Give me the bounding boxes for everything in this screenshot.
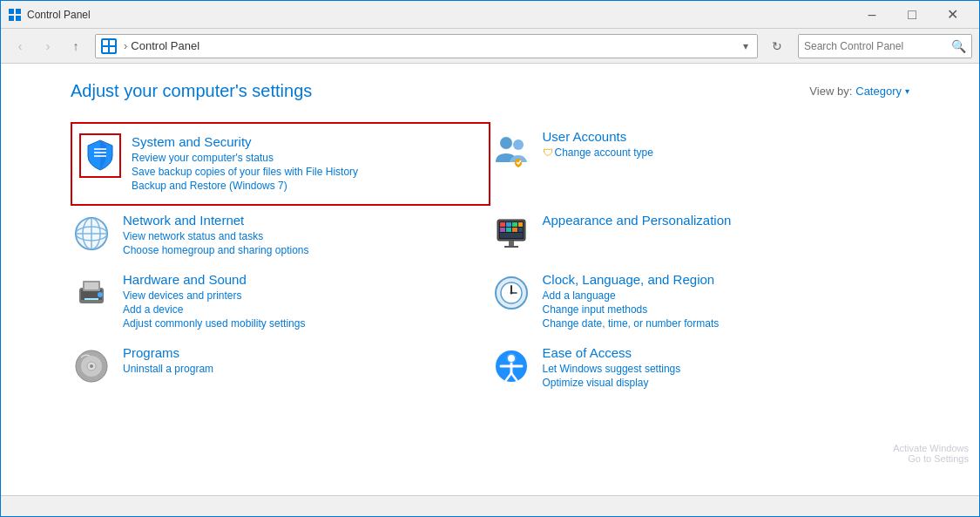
address-bar[interactable]: › Control Panel ▾	[95, 34, 758, 58]
user-accounts-link-1[interactable]: 🛡Change account type	[543, 146, 653, 159]
system-security-link-3[interactable]: Backup and Restore (Windows 7)	[132, 180, 358, 192]
hardware-content: Hardware and Sound View devices and prin…	[123, 272, 305, 331]
clock-link-1[interactable]: Add a language	[543, 289, 720, 302]
programs-icon	[71, 345, 112, 387]
minimize-button[interactable]: –	[852, 1, 892, 29]
clock-content: Clock, Language, and Region Add a langua…	[543, 272, 720, 331]
hardware-title[interactable]: Hardware and Sound	[123, 272, 305, 287]
svg-point-12	[513, 139, 524, 150]
clock-link-3[interactable]: Change date, time, or number formats	[543, 317, 720, 330]
view-by-label: View by:	[809, 85, 852, 98]
search-box[interactable]: 🔍	[798, 34, 972, 58]
categories-grid: System and Security Review your computer…	[71, 122, 909, 398]
search-input[interactable]	[804, 40, 951, 52]
svg-point-50	[508, 355, 515, 362]
system-security-title[interactable]: System and Security	[132, 134, 358, 149]
category-programs: Programs Uninstall a program	[71, 338, 490, 398]
network-title[interactable]: Network and Internet	[123, 213, 308, 228]
svg-rect-25	[500, 228, 505, 232]
svg-point-44	[510, 292, 512, 295]
category-user-accounts: User Accounts 🛡Change account type	[490, 122, 910, 206]
ease-access-link-1[interactable]: Let Windows suggest settings	[543, 363, 681, 375]
svg-rect-1	[16, 9, 21, 14]
maximize-button[interactable]: □	[892, 1, 932, 29]
clock-icon	[490, 272, 532, 314]
user-accounts-content: User Accounts 🛡Change account type	[543, 129, 653, 160]
address-separator: ›	[124, 39, 127, 52]
svg-rect-23	[512, 222, 517, 227]
search-icon[interactable]: 🔍	[951, 39, 966, 53]
svg-rect-28	[518, 228, 523, 232]
svg-rect-3	[16, 16, 21, 21]
system-security-link-1[interactable]: Review your computer's status	[132, 152, 358, 164]
system-security-content: System and Security Review your computer…	[132, 134, 358, 194]
up-button[interactable]: ↑	[64, 34, 88, 58]
address-dropdown[interactable]: ▾	[740, 40, 752, 52]
header-row: Adjust your computer's settings View by:…	[71, 81, 909, 101]
back-button[interactable]: ‹	[8, 34, 32, 58]
clock-link-2[interactable]: Change input methods	[543, 303, 720, 316]
svg-rect-29	[500, 233, 523, 238]
watermark-line2: Go to Settings	[893, 453, 969, 464]
refresh-button[interactable]: ↻	[765, 34, 789, 58]
window-title: Control Panel	[27, 9, 852, 21]
hardware-link-3[interactable]: Adjust commonly used mobility settings	[123, 317, 305, 330]
svg-rect-35	[84, 282, 98, 289]
svg-rect-27	[512, 228, 517, 232]
appearance-content: Appearance and Personalization	[543, 213, 732, 230]
hardware-link-2[interactable]: Add a device	[123, 303, 305, 316]
status-bar	[1, 495, 979, 516]
network-icon	[71, 213, 112, 255]
system-security-link-2[interactable]: Save backup copies of your files with Fi…	[132, 166, 358, 178]
svg-rect-22	[506, 222, 511, 227]
window: Control Panel – □ ✕ ‹ › ↑ › Control Pane…	[0, 0, 980, 517]
svg-rect-24	[518, 222, 523, 227]
user-accounts-icon	[490, 129, 532, 171]
svg-point-48	[90, 364, 93, 368]
svg-rect-26	[506, 228, 511, 232]
user-accounts-title[interactable]: User Accounts	[543, 129, 653, 144]
address-path: Control Panel	[131, 39, 199, 52]
view-by-chevron: ▾	[905, 86, 909, 96]
watermark-line1: Activate Windows	[893, 443, 969, 453]
hardware-link-1[interactable]: View devices and printers	[123, 289, 305, 302]
svg-rect-31	[504, 246, 518, 248]
system-security-icon	[79, 134, 121, 176]
forward-button[interactable]: ›	[36, 34, 60, 58]
hardware-icon	[71, 272, 112, 314]
svg-point-11	[500, 137, 512, 149]
close-button[interactable]: ✕	[932, 1, 972, 29]
view-by-dropdown[interactable]: Category	[855, 85, 902, 98]
svg-rect-2	[9, 16, 14, 21]
network-content: Network and Internet View network status…	[123, 213, 308, 258]
titlebar-buttons: – □ ✕	[852, 1, 972, 29]
svg-rect-7	[110, 47, 115, 52]
svg-rect-0	[9, 9, 14, 14]
svg-point-37	[98, 292, 103, 297]
ease-access-icon	[490, 345, 532, 387]
titlebar-icon	[8, 8, 22, 22]
programs-title[interactable]: Programs	[123, 345, 213, 360]
svg-point-18	[76, 218, 107, 249]
svg-rect-5	[110, 40, 115, 45]
watermark: Activate Windows Go to Settings	[893, 443, 969, 464]
ease-access-link-2[interactable]: Optimize visual display	[543, 377, 681, 389]
appearance-icon	[490, 213, 532, 255]
network-link-2[interactable]: Choose homegroup and sharing options	[123, 244, 308, 256]
appearance-title[interactable]: Appearance and Personalization	[543, 213, 732, 228]
category-clock-language: Clock, Language, and Region Add a langua…	[490, 265, 910, 338]
network-link-1[interactable]: View network status and tasks	[123, 230, 308, 242]
clock-title[interactable]: Clock, Language, and Region	[543, 272, 720, 287]
svg-rect-21	[500, 222, 505, 227]
category-hardware-sound: Hardware and Sound View devices and prin…	[71, 265, 490, 338]
svg-rect-6	[103, 47, 108, 52]
svg-rect-9	[94, 152, 106, 153]
svg-rect-10	[94, 155, 106, 157]
page-title: Adjust your computer's settings	[71, 81, 312, 101]
programs-link-1[interactable]: Uninstall a program	[123, 363, 213, 375]
svg-rect-8	[94, 148, 106, 150]
ease-access-content: Ease of Access Let Windows suggest setti…	[543, 345, 681, 391]
programs-content: Programs Uninstall a program	[123, 345, 213, 377]
ease-access-title[interactable]: Ease of Access	[543, 345, 681, 360]
svg-rect-36	[84, 298, 98, 300]
